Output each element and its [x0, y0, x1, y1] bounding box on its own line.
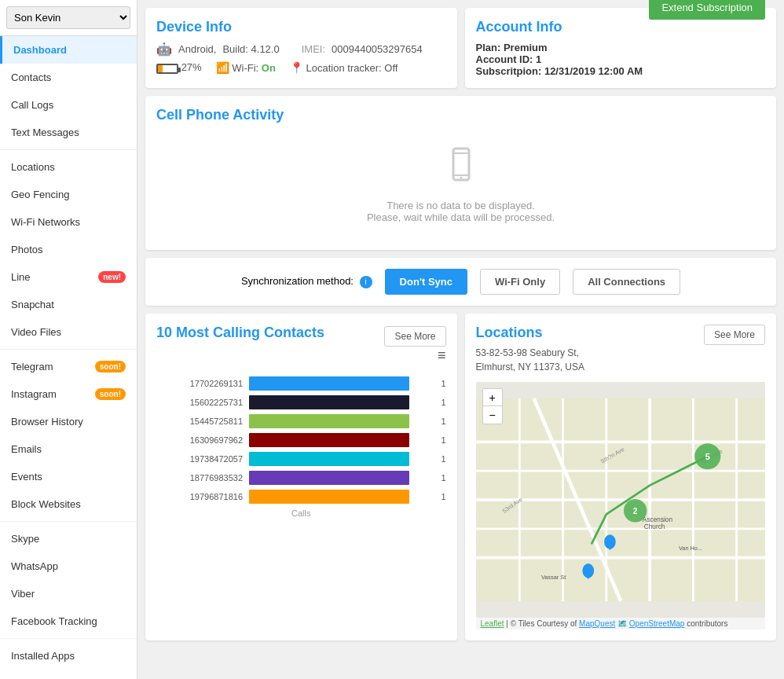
sidebar: Son Kevin Dashboard Contacts Call Logs T…	[0, 0, 137, 679]
battery-section: 27%	[156, 61, 202, 73]
sync-info-icon: i	[360, 276, 372, 288]
subscription-date: 12/31/2019 12:00 AM	[544, 65, 643, 77]
chart-bar-wrap	[249, 433, 438, 447]
instagram-badge: soon!	[95, 388, 126, 400]
chart-label: 19738472057	[156, 454, 243, 464]
sync-bar: Synchronization method: i Don't Sync Wi-…	[145, 258, 776, 306]
sidebar-item-skype[interactable]: Skype	[0, 525, 137, 552]
sidebar-item-dashboard[interactable]: Dashboard	[0, 36, 137, 64]
chart-row: 154457258111	[156, 414, 446, 428]
location-pin-icon: 📍	[290, 61, 303, 74]
chart-bar-count: 1	[441, 492, 445, 501]
sidebar-item-line[interactable]: Line new!	[0, 263, 137, 291]
sidebar-item-whatsapp[interactable]: WhatsApp	[0, 552, 137, 580]
chart-bar-count: 1	[441, 435, 445, 445]
line-badge: new!	[98, 271, 126, 283]
imei-value: 0009440053297654	[332, 43, 423, 55]
chart-bar-wrap	[249, 490, 438, 504]
android-icon: 🤖	[156, 42, 172, 57]
bottom-row: 10 Most Calling Contacts See More ≡ 1770…	[145, 314, 776, 640]
contacts-see-more-button[interactable]: See More	[384, 326, 445, 347]
activity-body: There is no data to be displayed. Please…	[156, 130, 765, 239]
sidebar-item-instagram[interactable]: Instagram soon!	[0, 380, 137, 408]
wifi-icon: 📶	[216, 61, 229, 74]
locations-see-more-button[interactable]: See More	[704, 325, 765, 345]
map-footer: Leaflet | © Tiles Courtesy of MapQuest 🗺…	[476, 618, 766, 629]
chart-label: 19796871816	[156, 492, 243, 501]
svg-text:2: 2	[632, 507, 637, 516]
main-content: Device Info 🤖 Android, Build: 4.12.0 IME…	[137, 0, 784, 679]
sidebar-item-geo-fencing[interactable]: Geo Fencing	[0, 181, 137, 208]
sidebar-item-call-logs[interactable]: Call Logs	[0, 91, 137, 119]
phone-icon	[442, 145, 480, 192]
chart-menu-icon[interactable]: ≡	[438, 347, 446, 363]
svg-text:Vassar St: Vassar St	[540, 574, 565, 581]
contacts-chart-title: 10 Most Calling Contacts	[156, 325, 324, 341]
chart-bar-count: 1	[441, 379, 445, 388]
contacts-chart-card: 10 Most Calling Contacts See More ≡ 1770…	[145, 314, 457, 640]
sync-label: Synchronization method: i	[241, 275, 372, 288]
device-info-title: Device Info	[156, 19, 446, 35]
location-status: Off	[384, 62, 397, 74]
device-platform-row: 🤖 Android, Build: 4.12.0 IMEI: 000944005…	[156, 42, 446, 57]
battery-pct: 27%	[181, 61, 202, 73]
account-id-value: 1	[536, 53, 541, 65]
zoom-out-button[interactable]: −	[483, 406, 502, 424]
chart-row: 197968718161	[156, 490, 446, 504]
sidebar-item-contacts[interactable]: Contacts	[0, 64, 137, 91]
leaflet-link[interactable]: Leaflet	[481, 619, 504, 628]
chart-bar-wrap	[249, 376, 438, 391]
chart-bar	[249, 376, 409, 391]
chart-label: 15445725811	[156, 417, 243, 426]
activity-empty-msg2: Please, wait while data will be processe…	[367, 211, 555, 223]
sidebar-item-facebook-tracking[interactable]: Facebook Tracking	[0, 607, 137, 635]
sidebar-item-snapchat[interactable]: Snapchat	[0, 291, 137, 318]
chart-label: 15602225731	[156, 398, 243, 407]
chart-bar	[249, 433, 409, 447]
sidebar-item-locations[interactable]: Locations	[0, 153, 137, 181]
top-row: Device Info 🤖 Android, Build: 4.12.0 IME…	[145, 8, 776, 88]
divider-1	[0, 149, 137, 150]
sidebar-item-wifi-networks[interactable]: Wi-Fi Networks	[0, 208, 137, 236]
chart-label: 17702269131	[156, 379, 243, 388]
chart-bar	[249, 414, 409, 428]
sidebar-item-events[interactable]: Events	[0, 463, 137, 490]
sidebar-header: Son Kevin	[0, 0, 137, 36]
locations-card: Locations 53-82-53-98 Seabury St, Elmhur…	[465, 314, 777, 640]
chart-container: 1770226913111560222573111544572581111630…	[156, 376, 446, 504]
location-section: 📍 Location tracker: Off	[290, 61, 397, 74]
all-connections-button[interactable]: All Connections	[573, 269, 680, 295]
extend-subscription-button[interactable]: Extend Subscription	[649, 0, 765, 20]
chart-bar-wrap	[249, 414, 438, 428]
chart-label: 18776983532	[156, 473, 243, 483]
dont-sync-button[interactable]: Don't Sync	[385, 269, 467, 295]
sidebar-item-browser-history[interactable]: Browser History	[0, 408, 137, 435]
chart-row: 187769835321	[156, 471, 446, 485]
device-stats-row: 27% 📶 Wi-Fi: On 📍 Location tracker: Off	[156, 61, 446, 74]
user-selector[interactable]: Son Kevin	[6, 6, 130, 29]
battery-icon	[156, 64, 178, 74]
sidebar-item-installed-apps[interactable]: Installed Apps	[0, 642, 137, 670]
device-build: Build: 4.12.0	[222, 43, 279, 55]
svg-text:5: 5	[705, 452, 709, 461]
sidebar-item-viber[interactable]: Viber	[0, 580, 137, 607]
chart-bar	[249, 395, 409, 409]
zoom-in-button[interactable]: +	[483, 389, 502, 406]
subscription-row: Subscritpion: 12/31/2019 12:00 AM	[476, 65, 643, 77]
chart-bar	[249, 490, 409, 504]
sidebar-item-video-files[interactable]: Video Files	[0, 318, 137, 346]
sidebar-item-text-messages[interactable]: Text Messages	[0, 119, 137, 146]
sidebar-item-photos[interactable]: Photos	[0, 236, 137, 263]
sidebar-item-telegram[interactable]: Telegram soon!	[0, 353, 137, 380]
svg-point-3	[460, 177, 462, 179]
openstreetmap-link[interactable]: OpenStreetMap	[629, 619, 685, 628]
wifi-only-button[interactable]: Wi-Fi Only	[480, 269, 560, 295]
chart-bar-wrap	[249, 452, 438, 466]
chart-row: 197384720571	[156, 452, 446, 466]
device-platform: Android,	[178, 43, 216, 55]
mapquest-link[interactable]: MapQuest	[579, 619, 615, 628]
wifi-status: On	[262, 62, 276, 74]
chart-label: 16309697962	[156, 435, 243, 445]
sidebar-item-block-websites[interactable]: Block Websites	[0, 490, 137, 518]
sidebar-item-emails[interactable]: Emails	[0, 435, 137, 463]
